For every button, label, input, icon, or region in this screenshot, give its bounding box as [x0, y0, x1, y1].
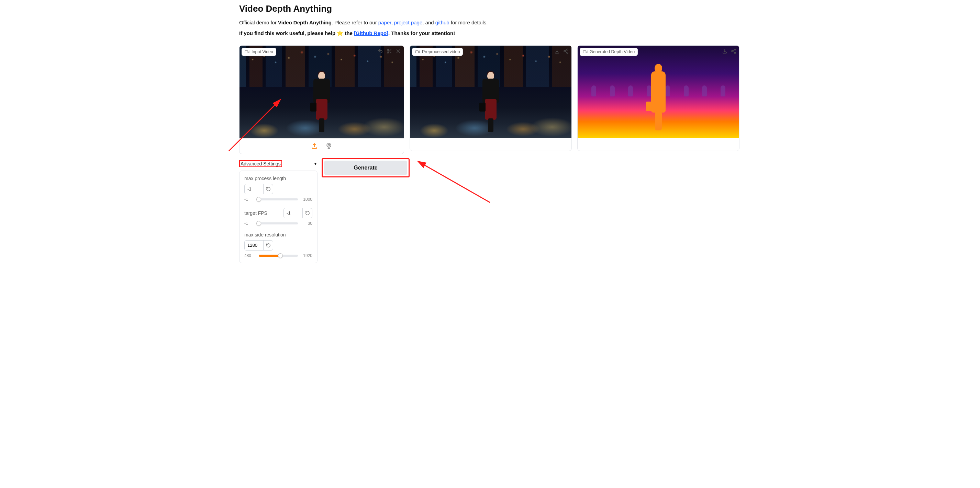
cta-text: the — [343, 30, 354, 36]
svg-point-16 — [566, 52, 568, 53]
undo-icon[interactable] — [377, 48, 384, 55]
video-icon — [245, 49, 250, 54]
reset-icon[interactable] — [302, 208, 312, 218]
advanced-settings-panel: max process length -1 — [239, 171, 318, 263]
svg-line-24 — [733, 51, 735, 52]
intro-text: Official demo for — [239, 19, 278, 25]
slider-max: 1920 — [301, 253, 312, 258]
slider-min: -1 — [244, 221, 256, 226]
reset-icon[interactable] — [263, 241, 273, 250]
svg-point-23 — [734, 52, 736, 53]
upload-icon[interactable] — [311, 142, 318, 150]
target-fps-slider[interactable] — [259, 222, 298, 225]
slider-max: 30 — [301, 221, 312, 226]
github-link[interactable]: github — [435, 19, 449, 25]
svg-point-21 — [734, 49, 736, 50]
preprocessed-video-label-text: Preprocessed video — [422, 49, 460, 54]
input-video-preview[interactable] — [240, 46, 404, 138]
input-video-label-text: Input Video — [251, 49, 273, 54]
preprocessed-video-label: Preprocessed video — [412, 48, 463, 56]
svg-line-18 — [565, 50, 567, 51]
slider-min: -1 — [244, 197, 256, 202]
cta-text: If you find this work useful, please hel… — [239, 30, 337, 36]
advanced-settings-title: Advanced Settings — [239, 160, 282, 167]
trim-icon[interactable] — [386, 48, 393, 55]
intro-text: , and — [422, 19, 435, 25]
svg-point-9 — [327, 143, 331, 147]
share-icon[interactable] — [730, 48, 737, 55]
github-repo-link[interactable]: [Github Repo] — [354, 30, 388, 36]
page-title: Video Depth Anything — [239, 3, 741, 14]
intro-text: for more details. — [449, 19, 488, 25]
video-icon — [583, 49, 588, 54]
generate-highlight: Generate — [321, 158, 410, 177]
video-icon — [415, 49, 420, 54]
slider-max: 1000 — [301, 197, 312, 202]
max-side-resolution-label: max side resolution — [244, 232, 286, 238]
depth-video-preview[interactable] — [578, 46, 739, 138]
svg-rect-19 — [583, 51, 586, 53]
depth-video-label: Generated Depth Video — [580, 48, 638, 56]
chevron-down-icon: ▼ — [313, 161, 318, 166]
max-side-resolution-field[interactable] — [245, 241, 263, 250]
svg-line-4 — [390, 51, 391, 53]
max-side-resolution-input[interactable] — [244, 240, 273, 250]
max-process-length-label: max process length — [244, 176, 286, 181]
svg-line-17 — [565, 51, 567, 52]
intro-text: , — [391, 19, 394, 25]
svg-point-15 — [564, 51, 565, 52]
cta-line: If you find this work useful, please hel… — [239, 30, 741, 36]
input-video-toolbar — [240, 138, 404, 154]
preprocessed-video-preview[interactable] — [410, 46, 571, 138]
max-process-length-slider[interactable] — [259, 198, 298, 200]
svg-point-1 — [387, 49, 389, 51]
cta-text: . Thanks for your attention! — [388, 30, 455, 36]
svg-point-22 — [732, 51, 733, 52]
target-fps-label: target FPS — [244, 211, 267, 216]
target-fps-input[interactable] — [283, 208, 312, 218]
svg-point-10 — [328, 144, 330, 146]
close-icon[interactable] — [395, 48, 402, 55]
max-process-length-input[interactable] — [244, 184, 273, 194]
generate-button[interactable]: Generate — [324, 161, 407, 175]
paper-link[interactable]: paper — [378, 19, 391, 25]
intro-line: Official demo for Video Depth Anything. … — [239, 19, 741, 27]
download-icon[interactable] — [721, 48, 728, 55]
svg-rect-12 — [415, 51, 418, 53]
intro-bold: Video Depth Anything — [278, 19, 332, 25]
svg-rect-0 — [245, 51, 248, 53]
max-process-length-group: max process length -1 — [244, 176, 312, 202]
svg-line-5 — [388, 50, 389, 51]
max-process-length-field[interactable] — [245, 184, 263, 194]
preprocessed-video-card: Preprocessed video — [410, 45, 572, 151]
depth-video-card: Generated Depth Video — [577, 45, 740, 151]
input-video-card: Input Video — [239, 45, 404, 154]
webcam-icon[interactable] — [325, 142, 332, 150]
star-icon: ⭐ — [337, 30, 343, 36]
svg-point-2 — [387, 52, 389, 53]
svg-point-14 — [566, 49, 568, 50]
advanced-settings-toggle[interactable]: Advanced Settings ▼ — [239, 158, 318, 169]
target-fps-group: target FPS -1 30 — [244, 208, 312, 226]
share-icon[interactable] — [563, 48, 570, 55]
reset-icon[interactable] — [263, 184, 273, 194]
svg-line-25 — [733, 50, 735, 51]
target-fps-field[interactable] — [284, 208, 302, 218]
input-video-label: Input Video — [242, 48, 276, 56]
project-page-link[interactable]: project page — [394, 19, 423, 25]
download-icon[interactable] — [554, 48, 560, 55]
slider-min: 480 — [244, 253, 256, 258]
intro-text: . Please refer to our — [332, 19, 378, 25]
max-side-resolution-group: max side resolution 480 — [244, 232, 312, 258]
max-side-resolution-slider[interactable] — [259, 255, 298, 257]
depth-video-label-text: Generated Depth Video — [590, 49, 635, 54]
